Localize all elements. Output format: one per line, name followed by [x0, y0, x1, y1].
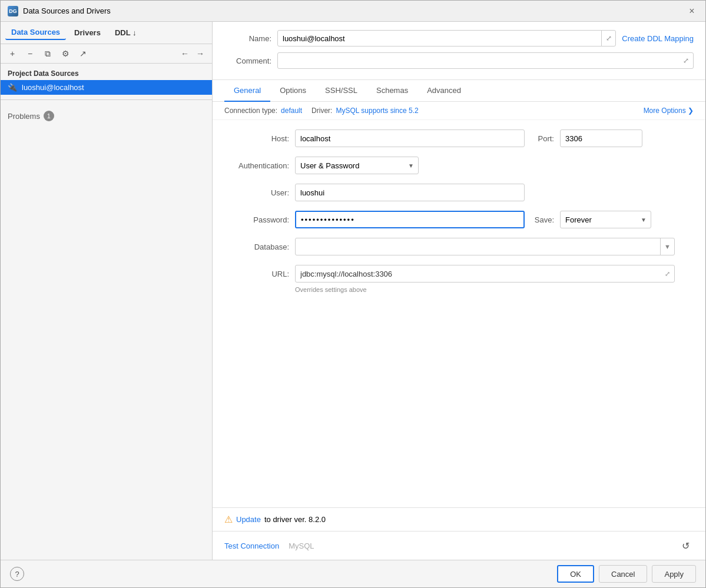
more-options-link[interactable]: More Options ❯ — [644, 107, 694, 115]
nav-arrows: ← → — [178, 46, 207, 61]
mysql-label: MySQL — [289, 542, 314, 550]
password-input[interactable] — [296, 215, 523, 224]
create-ddl-link[interactable]: Create DDL Mapping — [622, 34, 694, 43]
window-title: Data Sources and Drivers — [23, 6, 111, 15]
tab-options[interactable]: Options — [270, 80, 316, 102]
driver-value[interactable]: MySQL supports since 5.2 — [336, 107, 418, 115]
add-button[interactable]: + — [5, 46, 19, 61]
name-row: Name: ⤢ Create DDL Mapping — [224, 30, 694, 46]
comment-expand-icon[interactable]: ⤢ — [679, 57, 693, 65]
tab-bar: General Options SSH/SSL Schemas Advanced — [213, 80, 705, 102]
tab-ddl[interactable]: DDL ↓ — [109, 26, 142, 39]
sidebar-item-label: luoshui@localhost — [22, 83, 84, 92]
sidebar-divider — [1, 99, 212, 100]
tab-general[interactable]: General — [224, 80, 270, 102]
sidebar: Data Sources Drivers DDL ↓ + − ⧉ ⚙ ↗ ← →… — [1, 22, 213, 560]
name-label: Name: — [224, 34, 271, 43]
auth-row: Authentication: User & Password No auth … — [224, 157, 694, 174]
port-input[interactable] — [560, 129, 642, 147]
export-button[interactable]: ↗ — [76, 46, 90, 61]
tab-advanced[interactable]: Advanced — [417, 80, 470, 102]
port-label: Port: — [531, 134, 554, 143]
url-input-wrapper: ⤢ — [295, 265, 675, 283]
comment-input-wrapper: ⤢ — [277, 52, 694, 69]
main-content: Data Sources Drivers DDL ↓ + − ⧉ ⚙ ↗ ← →… — [1, 22, 705, 560]
refresh-button[interactable]: ↺ — [677, 537, 694, 554]
url-input[interactable] — [296, 270, 660, 278]
auth-label: Authentication: — [224, 161, 289, 170]
form-fields: Host: Port: Authentication: User & Passw… — [213, 120, 705, 507]
tab-sshssl[interactable]: SSH/SSL — [316, 80, 367, 102]
url-hint: Overrides settings above — [295, 286, 694, 293]
sidebar-tabs: Data Sources Drivers DDL ↓ — [1, 22, 212, 44]
save-select-wrapper: Forever Until restart Never ▼ — [560, 211, 651, 228]
database-input-wrapper: ▼ — [295, 238, 675, 255]
url-label: URL: — [224, 270, 289, 278]
bottom-bar: ⚠ Update to driver ver. 8.2.0 Test Conne… — [213, 507, 705, 560]
apply-button[interactable]: Apply — [652, 565, 696, 583]
copy-button[interactable]: ⧉ — [41, 46, 55, 61]
conn-type-value[interactable]: default — [281, 107, 302, 115]
project-data-sources-label: Project Data Sources — [1, 64, 212, 80]
action-bar: Test Connection MySQL ↺ — [213, 531, 705, 560]
action-bar-right: ↺ — [677, 537, 694, 554]
url-expand-icon[interactable]: ⤢ — [660, 270, 674, 278]
user-label: User: — [224, 188, 289, 197]
user-input[interactable] — [295, 184, 525, 201]
database-input[interactable] — [296, 242, 660, 251]
database-row: Database: ▼ — [224, 238, 694, 255]
tab-data-sources[interactable]: Data Sources — [5, 25, 66, 40]
form-header: Name: ⤢ Create DDL Mapping Comment: ⤢ — [213, 22, 705, 80]
title-bar-left: DG Data Sources and Drivers — [8, 6, 111, 16]
back-button[interactable]: ← — [178, 46, 192, 61]
warning-icon: ⚠ — [224, 514, 233, 525]
name-input-wrapper: ⤢ — [277, 30, 616, 46]
password-row: Password: Save: Forever Until restart Ne… — [224, 211, 694, 228]
update-link[interactable]: Update — [236, 515, 261, 524]
sidebar-item-luoshui[interactable]: 🔌 luoshui@localhost — [1, 80, 212, 95]
password-label: Password: — [224, 215, 289, 224]
data-source-icon: 🔌 — [8, 83, 17, 92]
title-bar: DG Data Sources and Drivers × — [1, 1, 705, 22]
comment-label: Comment: — [224, 57, 271, 65]
url-row: URL: ⤢ — [224, 265, 694, 283]
database-dropdown-icon[interactable]: ▼ — [660, 238, 674, 255]
test-connection-link[interactable]: Test Connection — [224, 542, 279, 550]
save-select[interactable]: Forever Until restart Never — [560, 211, 651, 228]
app-icon: DG — [8, 6, 18, 16]
auth-select-wrapper: User & Password No auth LDAP Kerberos ▼ — [295, 157, 419, 174]
problems-section: Problems 1 — [1, 105, 212, 127]
footer-buttons: OK Cancel Apply — [557, 565, 696, 583]
sidebar-toolbar: + − ⧉ ⚙ ↗ ← → — [1, 44, 212, 64]
help-button[interactable]: ? — [10, 567, 24, 581]
comment-input[interactable] — [278, 57, 679, 65]
ok-button[interactable]: OK — [557, 565, 594, 583]
close-button[interactable]: × — [685, 5, 698, 18]
connection-bar: Connection type: default Driver: MySQL s… — [213, 102, 705, 120]
name-expand-icon[interactable]: ⤢ — [601, 31, 615, 46]
remove-button[interactable]: − — [23, 46, 37, 61]
dialog-window: DG Data Sources and Drivers × Data Sourc… — [0, 0, 706, 588]
cancel-button[interactable]: Cancel — [599, 565, 647, 583]
problems-label: Problems — [8, 112, 40, 121]
tab-drivers[interactable]: Drivers — [68, 26, 107, 39]
auth-select[interactable]: User & Password No auth LDAP Kerberos — [295, 157, 419, 174]
update-text: to driver ver. 8.2.0 — [264, 515, 326, 524]
database-label: Database: — [224, 242, 289, 251]
dialog-footer: ? OK Cancel Apply — [1, 560, 705, 587]
host-label: Host: — [224, 134, 289, 143]
settings-button[interactable]: ⚙ — [58, 46, 72, 61]
forward-button[interactable]: → — [193, 46, 207, 61]
save-label: Save: — [531, 215, 554, 224]
password-input-wrapper — [295, 211, 525, 228]
name-input[interactable] — [278, 34, 601, 43]
comment-row: Comment: ⤢ — [224, 52, 694, 69]
user-row: User: — [224, 184, 694, 201]
driver-label: Driver: — [311, 107, 332, 115]
problems-badge: 1 — [44, 111, 54, 121]
tab-schemas[interactable]: Schemas — [367, 80, 417, 102]
host-port-row: Host: Port: — [224, 129, 694, 147]
update-bar: ⚠ Update to driver ver. 8.2.0 — [213, 508, 705, 531]
right-panel: Name: ⤢ Create DDL Mapping Comment: ⤢ — [213, 22, 705, 560]
host-input[interactable] — [295, 129, 525, 147]
